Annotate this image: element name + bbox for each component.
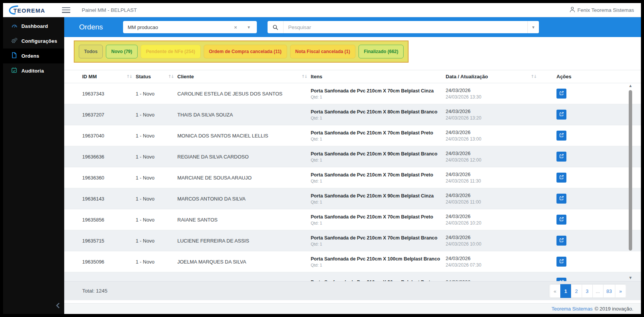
external-link-icon bbox=[559, 238, 564, 244]
status-filter-button[interactable]: Pendente de NFe (254) bbox=[141, 45, 201, 58]
cell-cliente: CAROLINE ESTELA DE JESUS DOS SANTOS bbox=[177, 91, 311, 97]
open-order-button[interactable] bbox=[556, 194, 566, 204]
sidebar-item-label: Auditoria bbox=[21, 68, 44, 74]
external-link-icon bbox=[559, 91, 564, 97]
page-button[interactable]: 3 bbox=[582, 284, 593, 298]
scrollbar-thumb[interactable] bbox=[629, 90, 632, 251]
page-button[interactable]: « bbox=[550, 284, 561, 298]
table-row: 19635856 1 - Novo RAIANE SANTOS Porta Sa… bbox=[64, 209, 641, 230]
sidebar-item[interactable]: Ordens bbox=[3, 49, 64, 63]
open-order-button[interactable] bbox=[556, 236, 566, 246]
panel-select[interactable]: MM producao × ▼ bbox=[123, 21, 257, 33]
external-link-icon bbox=[559, 259, 564, 265]
item-quantity: Qtd: 1 bbox=[311, 242, 446, 246]
table-scroll-area: 19637343 1 - Novo CAROLINE ESTELA DE JES… bbox=[64, 83, 641, 281]
column-header[interactable]: Itens bbox=[311, 70, 446, 83]
dashboard-gauge-icon bbox=[11, 23, 18, 30]
item-quantity: Qtd: 1 bbox=[311, 263, 446, 267]
column-header[interactable]: Ações bbox=[555, 70, 641, 83]
status-filter-button[interactable]: Todos bbox=[79, 45, 103, 58]
open-order-button[interactable] bbox=[556, 131, 566, 141]
order-date: 24/03/2026 bbox=[446, 213, 555, 219]
table-header: ID MM ↑↓ Status ↑↓ Cliente ↑↓ Itens bbox=[64, 70, 641, 83]
sidebar-item-label: Ordens bbox=[21, 53, 39, 59]
item-quantity: Qtd: 1 bbox=[311, 179, 446, 183]
sidebar-item-label: Dashboard bbox=[21, 23, 48, 29]
search-input[interactable] bbox=[284, 21, 527, 33]
cell-data: 24/03/2026 24/03/2026 10:20 bbox=[446, 213, 555, 226]
order-date: 24/03/2026 bbox=[446, 87, 555, 93]
sort-arrows-icon: ↑↓ bbox=[127, 74, 132, 79]
top-bar: TEOREMA Painel MM - BELPLAST Fenix Teore… bbox=[3, 3, 641, 17]
table-row: 19636636 1 - Novo REGIANE DA SILVA CARDO… bbox=[64, 146, 641, 167]
copyright-text: © 2019 inovação. bbox=[595, 306, 633, 312]
cell-status: 1 - Novo bbox=[136, 112, 177, 118]
sort-arrows-icon: ↑↓ bbox=[168, 74, 174, 79]
page-button[interactable]: » bbox=[615, 284, 626, 298]
column-header[interactable]: Data / Atualização ↑↓ bbox=[446, 70, 555, 83]
cell-id: 19635096 bbox=[71, 259, 136, 265]
sidebar-item[interactable]: Auditoria bbox=[3, 63, 64, 78]
clear-selection-icon[interactable]: × bbox=[234, 24, 237, 30]
chevron-down-icon: ▼ bbox=[247, 25, 251, 29]
sort-arrows-icon: ↑↓ bbox=[531, 74, 536, 79]
order-updated-at: 24/03/2026 07:30 bbox=[446, 262, 555, 268]
column-header[interactable]: ID MM ↑↓ bbox=[71, 70, 136, 83]
cell-itens: Porta Sanfonada de Pvc 210cm X 70cm Belp… bbox=[311, 172, 446, 183]
status-filter-button[interactable]: Finalizado (662) bbox=[358, 45, 404, 58]
cell-cliente: RAIANE SANTOS bbox=[177, 217, 311, 223]
cell-itens: Porta Sanfonada de Pvc 210cm X 70cm Belp… bbox=[311, 130, 446, 141]
open-order-button[interactable] bbox=[556, 152, 566, 162]
open-order-button[interactable] bbox=[556, 257, 566, 267]
cell-data: 24/03/2026 24/03/2026 07:30 bbox=[446, 256, 555, 268]
item-title: Porta Sanfonada de Pvc 210cm X 70cm Belp… bbox=[311, 235, 446, 241]
sidebar-item[interactable]: Configurações bbox=[3, 34, 64, 49]
open-order-button[interactable] bbox=[556, 110, 566, 120]
search-icon bbox=[268, 21, 284, 33]
cell-id: 19637207 bbox=[71, 112, 136, 118]
hamburger-menu-icon[interactable] bbox=[62, 7, 70, 13]
sidebar-collapse-chevron[interactable] bbox=[55, 302, 60, 310]
scroll-down-arrow[interactable]: ▼ bbox=[628, 276, 633, 280]
item-title: Porta Sanfonada de Pvc 210cm X 90cm Belp… bbox=[311, 151, 446, 157]
status-filter-button[interactable]: Ordem de Compra cancelada (11) bbox=[204, 45, 287, 58]
item-title: Porta Sanfonada de Pvc 210cm X 80cm Belp… bbox=[311, 109, 446, 115]
page-title: Ordens bbox=[79, 17, 103, 37]
filter-zone: Todos Novo (79) Pendente de NFe (254) Or… bbox=[64, 37, 641, 70]
open-order-button[interactable] bbox=[556, 278, 566, 281]
cell-id: 19635856 bbox=[71, 217, 136, 223]
cell-cliente: MARCIANE DE SOUSA ARAUJO bbox=[177, 175, 311, 181]
page-button[interactable]: 83 bbox=[603, 284, 615, 298]
external-link-icon bbox=[559, 133, 564, 139]
teorema-sistemas-link[interactable]: Teorema Sistemas bbox=[552, 306, 593, 312]
column-header[interactable]: Status ↑↓ bbox=[136, 70, 177, 83]
item-title: Porta Sanfonada de Pvc 210cm X 70cm Belp… bbox=[311, 88, 446, 94]
sidebar-item[interactable]: Dashboard bbox=[3, 19, 64, 34]
cell-data: 24/03/2026 24/03/2026 13:00 bbox=[446, 129, 555, 142]
page-button[interactable]: 2 bbox=[571, 284, 582, 298]
bottom-bar: Teorema Sistemas © 2019 inovação. bbox=[64, 303, 641, 314]
external-link-icon bbox=[559, 154, 564, 160]
order-updated-at: 24/03/2026 13:20 bbox=[446, 115, 555, 121]
cell-data: 24/03/2026 24/03/2026 10:00 bbox=[446, 235, 555, 247]
order-updated-at: 24/03/2026 13:30 bbox=[446, 94, 555, 100]
open-order-button[interactable] bbox=[556, 89, 566, 99]
item-quantity: Qtd: 1 bbox=[311, 221, 446, 225]
column-header[interactable]: Cliente ↑↓ bbox=[177, 70, 311, 83]
external-link-icon bbox=[559, 217, 564, 223]
gears-icon bbox=[11, 37, 18, 45]
cell-cliente: MARCOS ANTONIO DA SILVA bbox=[177, 196, 311, 202]
user-menu[interactable]: Fenix Teorema Sistemas bbox=[569, 6, 634, 14]
cell-status: 1 - Novo bbox=[136, 259, 177, 265]
page-button[interactable]: 1 bbox=[560, 284, 571, 298]
scroll-up-arrow[interactable]: ▲ bbox=[628, 84, 633, 87]
open-order-button[interactable] bbox=[556, 215, 566, 225]
page-button[interactable]: ... bbox=[592, 284, 603, 298]
table-row: Porta Sanfonada de Pvc 210cm X 90cm Belp… bbox=[64, 272, 641, 281]
open-order-button[interactable] bbox=[556, 173, 566, 183]
status-filter-button[interactable]: Nota Fiscal cancelada (1) bbox=[290, 45, 355, 58]
status-filter-button[interactable]: Novo (79) bbox=[106, 45, 138, 58]
search-options-dropdown[interactable]: ▼ bbox=[527, 21, 539, 33]
cell-itens: Porta Sanfonada de Pvc 210cm X 70cm Belp… bbox=[311, 88, 446, 99]
content-body: Todos Novo (79) Pendente de NFe (254) Or… bbox=[64, 37, 641, 314]
